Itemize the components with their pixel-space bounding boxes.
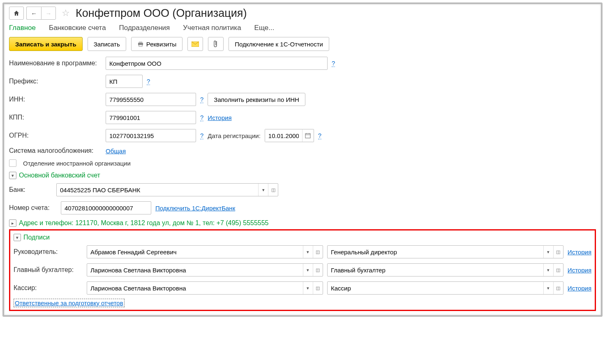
tax-link[interactable]: Общая (106, 147, 126, 154)
back-button[interactable]: ← (26, 7, 41, 20)
accountant-pos-combo[interactable]: ▾ ◫ (327, 263, 563, 276)
prefix-help[interactable]: ? (147, 78, 150, 85)
address-section-title: Адрес и телефон: 121170, Москва г, 1812 … (19, 219, 269, 227)
tab-bank-accounts[interactable]: Банковские счета (49, 24, 106, 32)
reg-date-input[interactable] (265, 129, 314, 142)
directbank-link[interactable]: Подключить 1С:ДиректБанк (155, 205, 235, 212)
svg-rect-2 (139, 45, 142, 46)
page-title: Конфетпром ООО (Организация) (76, 7, 247, 20)
reg-date-field[interactable] (265, 129, 302, 142)
accountant-name-combo[interactable]: ▾ ◫ (87, 263, 323, 276)
tab-main[interactable]: Главное (9, 24, 36, 32)
requisites-label: Реквизиты (146, 41, 177, 48)
forward-button[interactable]: → (41, 7, 56, 20)
calendar-icon[interactable] (302, 129, 314, 142)
kpp-help[interactable]: ? (200, 114, 203, 121)
director-pos-combo[interactable]: ▾ ◫ (327, 245, 563, 258)
signatures-expander[interactable]: ▾ (14, 234, 21, 241)
director-label: Руководитель: (14, 248, 83, 256)
svg-rect-4 (305, 134, 310, 138)
bank-input[interactable] (57, 184, 258, 196)
mail-icon (192, 41, 199, 47)
connect-1c-button[interactable]: Подключение к 1С-Отчетности (229, 37, 329, 51)
cashier-name-combo[interactable]: ▾ ◫ (87, 281, 323, 295)
bank-combo[interactable]: ▾ ◫ (56, 183, 278, 196)
reg-date-help[interactable]: ? (318, 132, 321, 139)
tab-bar: Главное Банковские счета Подразделения У… (9, 24, 596, 32)
name-label: Наименование в программе: (9, 60, 102, 67)
cashier-pos-input[interactable] (328, 282, 543, 294)
dropdown-icon[interactable]: ▾ (543, 246, 553, 258)
foreign-label: Отделение иностранной организации (23, 160, 131, 167)
director-history-link[interactable]: История (568, 249, 591, 256)
responsible-link[interactable]: Ответственные за подготовку отчетов (14, 299, 125, 307)
acct-label: Номер счета: (9, 204, 57, 212)
svg-rect-1 (139, 41, 142, 43)
inn-help[interactable]: ? (200, 96, 203, 103)
acct-input[interactable] (61, 201, 151, 214)
inn-input[interactable] (106, 93, 196, 106)
attachment-button[interactable] (208, 37, 224, 51)
prefix-label: Префикс: (9, 78, 102, 85)
director-pos-input[interactable] (328, 246, 543, 258)
tab-divisions[interactable]: Подразделения (119, 24, 170, 32)
home-button[interactable] (9, 7, 24, 20)
signatures-box: ▾ Подписи Руководитель: ▾ ◫ ▾ ◫ История … (9, 229, 596, 311)
tab-more[interactable]: Еще... (254, 24, 275, 32)
accountant-history-link[interactable]: История (568, 267, 591, 274)
bank-expander[interactable]: ▾ (9, 172, 16, 179)
requisites-button[interactable]: Реквизиты (131, 37, 183, 51)
signatures-title: Подписи (23, 234, 50, 241)
cashier-name-input[interactable] (87, 282, 303, 294)
cashier-history-link[interactable]: История (568, 285, 591, 292)
open-icon[interactable]: ◫ (553, 246, 563, 258)
bank-open-icon[interactable]: ◫ (268, 184, 278, 196)
ogrn-help[interactable]: ? (200, 132, 203, 139)
director-name-combo[interactable]: ▾ ◫ (87, 245, 323, 258)
open-icon[interactable]: ◫ (313, 246, 323, 258)
open-icon[interactable]: ◫ (313, 264, 323, 276)
reg-date-label: Дата регистрации: (208, 132, 261, 139)
tax-label: Система налогообложения: (9, 147, 102, 154)
save-button[interactable]: Записать (88, 37, 126, 51)
ogrn-input[interactable] (106, 129, 196, 142)
arrow-left-icon: ← (31, 10, 37, 17)
name-help[interactable]: ? (332, 60, 335, 67)
bank-section-title: Основной банковский счет (19, 172, 100, 179)
dropdown-icon[interactable]: ▾ (543, 264, 553, 276)
inn-label: ИНН: (9, 96, 102, 103)
cashier-pos-combo[interactable]: ▾ ◫ (327, 281, 563, 295)
open-icon[interactable]: ◫ (313, 282, 323, 294)
open-icon[interactable]: ◫ (553, 264, 563, 276)
name-input[interactable] (106, 57, 328, 70)
paperclip-icon (213, 40, 218, 48)
kpp-label: КПП: (9, 114, 102, 121)
dropdown-icon[interactable]: ▾ (303, 264, 313, 276)
kpp-history-link[interactable]: История (208, 114, 231, 121)
dropdown-icon[interactable]: ▾ (303, 246, 313, 258)
prefix-input[interactable] (106, 75, 143, 88)
accountant-name-input[interactable] (87, 264, 303, 276)
star-icon[interactable]: ☆ (62, 8, 70, 18)
foreign-checkbox[interactable] (9, 159, 16, 167)
bank-label: Банк: (9, 186, 52, 194)
bank-dropdown-icon[interactable]: ▾ (258, 184, 268, 196)
printer-icon (137, 41, 144, 47)
ogrn-label: ОГРН: (9, 132, 102, 139)
director-name-input[interactable] (87, 246, 303, 258)
inn-fill-button[interactable]: Заполнить реквизиты по ИНН (208, 93, 305, 106)
home-icon (13, 10, 20, 16)
cashier-label: Кассир: (14, 284, 83, 292)
kpp-input[interactable] (106, 111, 196, 124)
address-expander[interactable]: ▸ (9, 219, 16, 227)
save-close-button[interactable]: Записать и закрыть (9, 37, 83, 51)
accountant-pos-input[interactable] (328, 264, 543, 276)
mail-button[interactable] (187, 37, 203, 51)
open-icon[interactable]: ◫ (553, 282, 563, 294)
dropdown-icon[interactable]: ▾ (303, 282, 313, 294)
dropdown-icon[interactable]: ▾ (543, 282, 553, 294)
accountant-label: Главный бухгалтер: (14, 266, 83, 274)
arrow-right-icon: → (46, 10, 52, 17)
tab-policy[interactable]: Учетная политика (183, 24, 241, 32)
